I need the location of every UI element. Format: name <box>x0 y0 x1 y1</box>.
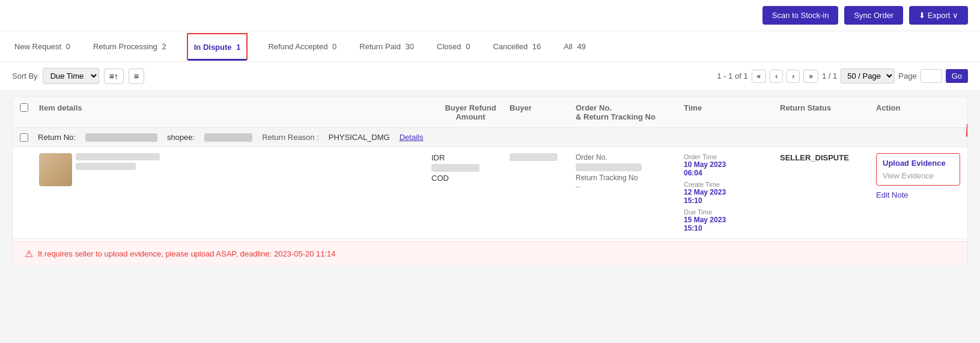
shopee-value <box>204 133 252 142</box>
next-page-button[interactable]: › <box>787 70 800 83</box>
return-reason-label: Return Reason : <box>262 133 319 142</box>
last-page-button[interactable]: » <box>803 70 818 83</box>
table-wrapper: Item details Buyer RefundAmount Buyer Or… <box>12 97 968 266</box>
tabs-bar: New Request 0 Return Processing 2 In Dis… <box>0 31 980 62</box>
table-header: Item details Buyer RefundAmount Buyer Or… <box>13 97 967 128</box>
upload-evidence-button[interactable]: Upload Evidence <box>883 159 954 168</box>
header-buyer: Buyer <box>510 103 576 121</box>
header-item-details: Item details <box>39 103 431 121</box>
cod-badge: COD <box>431 174 510 183</box>
item-sku-blurred <box>76 163 136 170</box>
return-row-checkbox[interactable] <box>20 133 28 142</box>
sort-select[interactable]: Due Time <box>43 68 99 84</box>
order-time-hour: 06:04 <box>684 169 780 177</box>
top-bar-actions: Scan to Stock-in Sync Order ⬇ Export ∨ <box>762 6 968 25</box>
return-row-group: Return No: shopee: Return Reason : PHYSI… <box>13 128 967 239</box>
table-row: IDR COD Order No. Return Tracking No – <box>13 147 967 238</box>
due-time-hour: 15:10 <box>684 224 780 232</box>
due-time-label: Due Time <box>684 208 780 216</box>
view-evidence-button[interactable]: View Evidence <box>883 171 954 180</box>
header-time: Time <box>684 103 780 121</box>
item-thumb-inner <box>39 153 72 186</box>
go-button[interactable]: Go <box>946 69 968 83</box>
first-page-button[interactable]: « <box>752 70 767 83</box>
header-return-status: Return Status <box>780 103 876 121</box>
toolbar-right: 1 - 1 of 1 « ‹ › » 1 / 1 50 / Page Page … <box>717 68 968 83</box>
order-tracking-cell: Order No. Return Tracking No – <box>576 153 684 191</box>
tab-return-processing[interactable]: Return Processing 2 <box>91 31 169 61</box>
export-button[interactable]: ⬇ Export ∨ <box>909 6 968 25</box>
tab-return-paid[interactable]: Return Paid 30 <box>357 31 416 61</box>
time-cell: Order Time 10 May 2023 06:04 Create Time… <box>684 153 780 232</box>
pagination-info: 1 - 1 of 1 <box>717 71 747 80</box>
order-time-label: Order Time <box>684 153 780 160</box>
return-no-value <box>85 133 157 142</box>
tab-refund-accepted[interactable]: Refund Accepted 0 <box>266 31 339 61</box>
tab-in-dispute[interactable]: In Dispute 1 <box>187 33 248 60</box>
amount-blurred <box>431 164 479 172</box>
item-details-cell <box>39 153 431 186</box>
create-time-date: 12 May 2023 <box>684 188 780 196</box>
create-time-label: Create Time <box>684 181 780 188</box>
bottom-notice: ⚠ It requires seller to upload evidence,… <box>13 241 967 266</box>
sort-desc-icon[interactable]: ≡ <box>129 68 144 84</box>
sort-by-label: Sort By <box>12 71 38 80</box>
item-info <box>76 153 160 170</box>
return-header-row: Return No: shopee: Return Reason : PHYSI… <box>13 128 967 147</box>
page-current: 1 / 1 <box>822 71 837 80</box>
sort-asc-icon[interactable]: ≡↑ <box>104 68 124 84</box>
buyer-blurred <box>510 153 558 161</box>
header-order-no: Order No.& Return Tracking No <box>576 103 684 121</box>
order-time-date: 10 May 2023 <box>684 160 780 169</box>
refund-amount-cell: IDR COD <box>431 153 510 183</box>
currency-label: IDR <box>431 153 510 162</box>
main-content: Item details Buyer RefundAmount Buyer Or… <box>0 91 980 272</box>
create-time-hour: 15:10 <box>684 196 780 205</box>
header-checkbox-cell <box>20 103 39 121</box>
tab-new-request[interactable]: New Request 0 <box>12 31 73 61</box>
per-page-select[interactable]: 50 / Page <box>841 68 895 83</box>
details-link[interactable]: Details <box>400 133 424 142</box>
edit-note-button[interactable]: Edit Note <box>876 190 908 199</box>
tracking-dash: – <box>576 182 684 191</box>
due-time-date: 15 May 2023 <box>684 216 780 224</box>
notice-text: It requires seller to upload evidence, p… <box>38 249 336 258</box>
prev-page-button[interactable]: ‹ <box>770 70 783 83</box>
return-no-label: Return No: <box>38 133 76 142</box>
tab-closed[interactable]: Closed 0 <box>434 31 472 61</box>
status-cell: SELLER_DISPUTE <box>780 153 876 162</box>
page-input[interactable] <box>921 69 942 83</box>
order-no-label: Order No. <box>576 153 684 162</box>
item-name-blurred <box>76 153 160 160</box>
action-cell: Upload Evidence View Evidence <box>876 153 960 186</box>
return-reason-value: PHYSICAL_DMG <box>329 133 390 142</box>
header-action: Action <box>876 103 960 121</box>
sync-order-button[interactable]: Sync Order <box>844 6 903 25</box>
header-buyer-refund: Buyer RefundAmount <box>431 103 510 121</box>
tab-cancelled[interactable]: Cancelled 16 <box>490 31 543 61</box>
select-all-checkbox[interactable] <box>20 103 28 112</box>
item-thumbnail <box>39 153 72 186</box>
buyer-cell <box>510 153 576 161</box>
scan-to-stock-in-button[interactable]: Scan to Stock-in <box>762 6 839 25</box>
notice-icon: ⚠ <box>25 248 33 260</box>
status-text: SELLER_DISPUTE <box>780 153 849 162</box>
order-no-blurred <box>576 163 642 171</box>
top-bar: Scan to Stock-in Sync Order ⬇ Export ∨ <box>0 0 980 31</box>
tracking-label: Return Tracking No <box>576 174 684 182</box>
row-checkbox-cell <box>20 153 39 154</box>
tab-all[interactable]: All 49 <box>561 31 588 61</box>
toolbar-left: Sort By Due Time ≡↑ ≡ <box>12 68 144 84</box>
action-area: Upload Evidence View Evidence Edit Note <box>876 153 960 199</box>
page-label: Page <box>898 71 916 80</box>
toolbar: Sort By Due Time ≡↑ ≡ 1 - 1 of 1 « ‹ › »… <box>0 62 980 91</box>
shopee-label: shopee: <box>167 133 195 142</box>
